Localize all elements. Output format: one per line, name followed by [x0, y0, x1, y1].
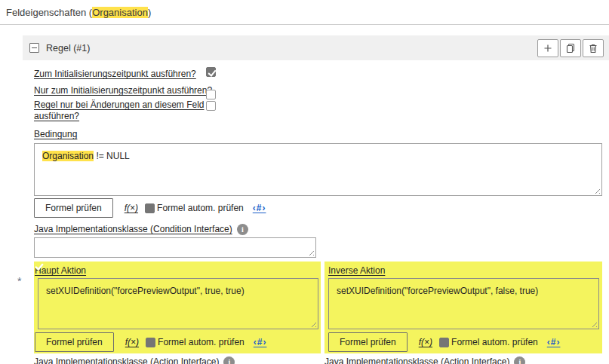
- inverse-action-formula-toolbar: Formel prüfen f(×) Formel autom. prüfen …: [328, 332, 600, 352]
- inverse-action-value: setXUIDefinition("forcePreviewOutput", f…: [337, 286, 538, 296]
- only-on-change-label[interactable]: Regel nur bei Änderungen an diesem Feld …: [34, 99, 217, 122]
- main-action-formula-toolbar: Formel prüfen f(×) Formel autom. prüfen …: [35, 332, 318, 352]
- inverse-action-class-label[interactable]: Java Implementationsklasse (Action Inter…: [324, 356, 509, 364]
- page-title-suffix: ): [148, 7, 151, 18]
- row-run-at-init: Zum Initialisierungszeitpunkt ausführen?: [34, 66, 602, 80]
- row-only-at-init: Nur zum Initialisierungszeitpunkt ausfüh…: [34, 83, 602, 96]
- delete-rule-button[interactable]: [583, 39, 604, 57]
- rule-panel-title: Regel (#1): [46, 43, 90, 54]
- only-on-change-checkbox[interactable]: [206, 101, 216, 111]
- copy-icon: [565, 43, 576, 54]
- main-action-label[interactable]: Haupt Aktion: [35, 265, 86, 277]
- auto-check-label: Formel autom. prüfen: [451, 337, 538, 347]
- fx-function-icon[interactable]: f(×): [419, 337, 432, 347]
- condition-class-field: Java Implementationsklasse (Condition In…: [34, 224, 602, 235]
- collapse-icon[interactable]: [29, 43, 39, 53]
- condition-class-label[interactable]: Java Implementationsklasse (Condition In…: [34, 224, 232, 235]
- row-only-on-change: Regel nur bei Änderungen an diesem Feld …: [34, 99, 602, 122]
- info-icon[interactable]: i: [223, 356, 235, 364]
- condition-value-rest: != NULL: [94, 151, 130, 161]
- fx-function-icon[interactable]: f(×): [125, 203, 138, 213]
- rule-panel: Regel (#1) Zum Initialisierungszeitpunkt…: [23, 35, 609, 364]
- main-action-editor[interactable]: setXUIDefinition("forcePreviewOutput", t…: [38, 278, 318, 329]
- page-title: Feldeigenschaften (Organisation): [0, 0, 609, 18]
- rule-panel-body: Zum Initialisierungszeitpunkt ausführen?…: [23, 66, 609, 364]
- title-divider: [0, 24, 609, 25]
- main-action-value: setXUIDefinition("forcePreviewOutput", t…: [46, 286, 245, 296]
- main-action-class-field: Java Implementationsklasse (Action Inter…: [34, 356, 324, 364]
- check-formula-button[interactable]: Formel prüfen: [34, 198, 113, 218]
- inverse-action-class-field: Java Implementationsklasse (Action Inter…: [324, 356, 525, 364]
- trash-icon: [588, 43, 598, 54]
- rule-panel-header: Regel (#1): [23, 35, 609, 60]
- main-action-class-label[interactable]: Java Implementationsklasse (Action Inter…: [34, 356, 219, 364]
- only-at-init-checkbox[interactable]: [206, 90, 216, 99]
- run-at-init-label[interactable]: Zum Initialisierungszeitpunkt ausführen?: [34, 69, 217, 80]
- check-formula-button[interactable]: Formel prüfen: [35, 332, 114, 352]
- actions-section: * Haupt Aktion setXUIDefinition("forcePr…: [34, 262, 602, 353]
- condition-editor[interactable]: Organisation != NULL: [34, 143, 602, 196]
- copy-rule-button[interactable]: [560, 39, 581, 57]
- resize-grip-icon[interactable]: [590, 320, 597, 327]
- check-formula-button[interactable]: Formel prüfen: [328, 332, 408, 352]
- required-marker: *: [17, 275, 21, 287]
- auto-check-checkbox[interactable]: [146, 338, 155, 347]
- main-action-column: Haupt Aktion setXUIDefinition("forcePrev…: [34, 262, 321, 353]
- action-class-row: Java Implementationsklasse (Action Inter…: [34, 356, 602, 364]
- condition-label[interactable]: Bedingung: [34, 129, 77, 140]
- only-at-init-label[interactable]: Nur zum Initialisierungszeitpunkt ausfüh…: [34, 85, 217, 96]
- resize-grip-icon[interactable]: [307, 249, 314, 255]
- rule-toolbar: [537, 39, 604, 57]
- auto-check-label: Formel autom. prüfen: [158, 337, 245, 347]
- inverse-action-label[interactable]: Inverse Aktion: [328, 265, 385, 277]
- plus-icon: [543, 43, 553, 54]
- placeholder-hash-icon[interactable]: ‹#›: [253, 203, 266, 213]
- page-title-prefix: Feldeigenschaften (: [6, 7, 92, 18]
- info-icon[interactable]: i: [237, 224, 248, 235]
- auto-check-checkbox[interactable]: [439, 338, 449, 347]
- inverse-action-editor[interactable]: setXUIDefinition("forcePreviewOutput", f…: [328, 278, 599, 329]
- fx-function-icon[interactable]: f(×): [125, 337, 139, 347]
- condition-formula-toolbar: Formel prüfen f(×) Formel autom. prüfen …: [34, 198, 602, 218]
- condition-value-highlight: Organisation: [42, 151, 94, 161]
- feldeigenschaften-page: { "page": { "title_prefix": "Feldeigensc…: [0, 0, 609, 364]
- resize-grip-icon[interactable]: [309, 320, 316, 327]
- placeholder-hash-icon[interactable]: ‹#›: [254, 337, 267, 347]
- run-at-init-checkbox[interactable]: [206, 67, 216, 77]
- info-icon[interactable]: i: [514, 356, 525, 364]
- condition-field: Bedingung: [34, 129, 602, 140]
- auto-check-label: Formel autom. prüfen: [157, 203, 244, 213]
- add-rule-button[interactable]: [537, 39, 558, 57]
- resize-grip-icon[interactable]: [593, 187, 600, 194]
- placeholder-hash-icon[interactable]: ‹#›: [547, 337, 561, 347]
- page-title-highlight: Organisation: [92, 7, 148, 18]
- auto-check-checkbox[interactable]: [145, 203, 155, 213]
- condition-class-input[interactable]: [34, 237, 316, 258]
- inverse-action-column: Inverse Aktion setXUIDefinition("forcePr…: [324, 262, 602, 353]
